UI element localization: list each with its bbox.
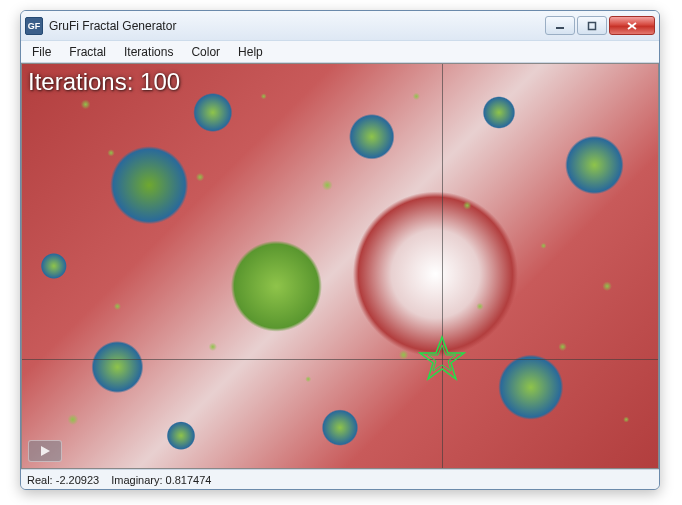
menu-fractal[interactable]: Fractal — [60, 41, 115, 62]
maximize-icon — [587, 21, 597, 31]
menu-color[interactable]: Color — [182, 41, 229, 62]
svg-rect-1 — [589, 22, 596, 29]
menu-file[interactable]: File — [23, 41, 60, 62]
close-icon — [626, 21, 638, 31]
iterations-overlay: Iterations: 100 — [28, 68, 180, 96]
statusbar: Real: -2.20923 Imaginary: 0.817474 — [21, 469, 659, 489]
window-title: GruFi Fractal Generator — [49, 19, 545, 33]
app-window: GF GruFi Fractal Generator File Fractal … — [20, 10, 660, 490]
crosshair-vertical — [442, 64, 443, 468]
titlebar[interactable]: GF GruFi Fractal Generator — [21, 11, 659, 41]
play-button[interactable] — [28, 440, 62, 462]
app-icon: GF — [25, 17, 43, 35]
minimize-icon — [555, 21, 565, 31]
status-real: Real: -2.20923 — [27, 474, 99, 486]
menu-iterations[interactable]: Iterations — [115, 41, 182, 62]
close-button[interactable] — [609, 16, 655, 35]
menu-help[interactable]: Help — [229, 41, 272, 62]
play-icon — [39, 445, 51, 457]
fractal-detail-layer — [22, 64, 658, 468]
svg-marker-6 — [41, 446, 50, 456]
window-controls — [545, 16, 655, 35]
minimize-button[interactable] — [545, 16, 575, 35]
crosshair-horizontal — [22, 359, 658, 360]
status-imaginary: Imaginary: 0.817474 — [111, 474, 211, 486]
fractal-canvas[interactable]: Iterations: 100 — [21, 63, 659, 469]
menubar: File Fractal Iterations Color Help — [21, 41, 659, 63]
maximize-button[interactable] — [577, 16, 607, 35]
